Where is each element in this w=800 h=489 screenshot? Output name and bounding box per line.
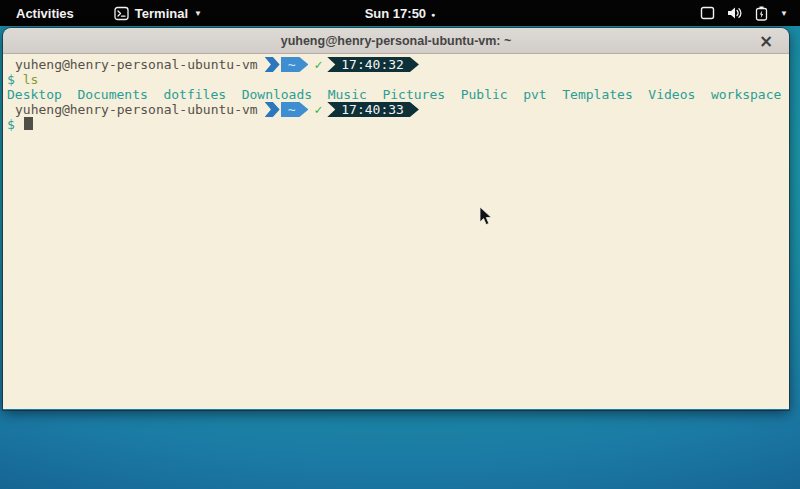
- mouse-cursor-icon: [479, 206, 493, 230]
- terminal-icon: [114, 6, 129, 21]
- system-status-area[interactable]: ▼: [700, 0, 792, 26]
- input-line[interactable]: $: [7, 117, 785, 132]
- directory-name: Documents: [77, 87, 147, 102]
- activities-button[interactable]: Activities: [14, 6, 76, 21]
- directory-name: Videos: [648, 87, 695, 102]
- clock-label: Sun 17:50: [365, 6, 426, 21]
- directory-name: workspace: [711, 87, 781, 102]
- prompt-line: yuheng@henry-personal-ubuntu-vm ~ ✓ 17:4…: [7, 102, 785, 117]
- directory-name: Public: [461, 87, 508, 102]
- directory-name: Templates: [562, 87, 632, 102]
- directory-name: dotfiles: [163, 87, 226, 102]
- app-menu-label: Terminal: [135, 6, 188, 21]
- command-line: $ ls: [7, 72, 785, 87]
- command-text: ls: [23, 72, 39, 87]
- ls-output: Desktop Documents dotfiles Downloads Mus…: [7, 87, 785, 102]
- app-menu[interactable]: Terminal ▼: [114, 6, 202, 21]
- window-titlebar[interactable]: yuheng@henry-personal-ubuntu-vm: ~ ×: [3, 28, 789, 54]
- terminal-window: yuheng@henry-personal-ubuntu-vm: ~ × yuh…: [3, 28, 789, 410]
- prompt-user: yuheng@henry-personal-ubuntu-vm: [7, 57, 258, 72]
- powerline-chevron-icon: [265, 102, 280, 117]
- volume-icon: [727, 6, 743, 20]
- directory-name: Desktop: [7, 87, 62, 102]
- terminal-content[interactable]: yuheng@henry-personal-ubuntu-vm ~ ✓ 17:4…: [3, 54, 789, 409]
- prompt-path-segment: ~: [281, 102, 309, 117]
- prompt-time-segment: 17:40:32: [327, 57, 419, 72]
- chevron-down-icon: ▼: [194, 10, 202, 18]
- check-icon: ✓: [308, 102, 327, 117]
- text-cursor: [24, 117, 33, 130]
- powerline-chevron-icon: [265, 57, 280, 72]
- chevron-down-icon: ▼: [780, 10, 788, 18]
- notification-dot-icon: ●: [431, 11, 435, 18]
- close-icon[interactable]: ×: [753, 28, 779, 54]
- directory-name: pvt: [523, 87, 546, 102]
- battery-charging-icon: [755, 6, 768, 21]
- prompt-path-segment: ~: [281, 57, 309, 72]
- directory-name: Downloads: [242, 87, 312, 102]
- window-title: yuheng@henry-personal-ubuntu-vm: ~: [281, 34, 512, 48]
- directory-name: Pictures: [382, 87, 445, 102]
- clock-button[interactable]: Sun 17:50 ●: [365, 0, 436, 26]
- prompt-line: yuheng@henry-personal-ubuntu-vm ~ ✓ 17:4…: [7, 57, 785, 72]
- check-icon: ✓: [308, 57, 327, 72]
- prompt-time-segment: 17:40:33: [327, 102, 419, 117]
- prompt-user: yuheng@henry-personal-ubuntu-vm: [7, 102, 258, 117]
- top-bar: Activities Terminal ▼ Sun 17:50 ●: [0, 0, 800, 26]
- prompt-char: $: [7, 117, 15, 132]
- top-bar-left: Activities Terminal ▼: [0, 6, 202, 21]
- display-icon: [700, 6, 715, 20]
- directory-name: Music: [328, 87, 367, 102]
- prompt-char: $: [7, 72, 15, 87]
